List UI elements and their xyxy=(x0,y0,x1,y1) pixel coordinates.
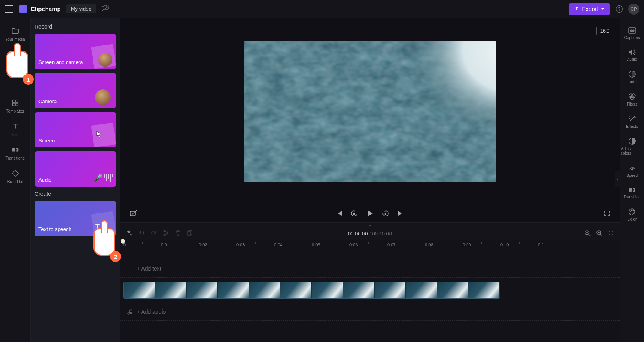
rewind-button[interactable]: 5 xyxy=(350,209,358,217)
svg-rect-6 xyxy=(12,148,15,151)
forward-button[interactable]: 5 xyxy=(382,209,390,217)
preview-column: 16:9 xyxy=(120,18,620,342)
preview-stage xyxy=(120,18,620,204)
nav-templates[interactable]: Templates xyxy=(0,95,30,117)
filters-icon xyxy=(628,93,636,100)
record-create-panel: Record Screen and camera Camera Screen A… xyxy=(31,18,120,342)
text-track[interactable]: + Add text xyxy=(120,260,620,278)
svg-rect-4 xyxy=(12,103,15,106)
playhead[interactable] xyxy=(123,240,123,250)
app-header: Clipchamp My video Export ? CP xyxy=(0,0,644,18)
text-icon: T xyxy=(95,223,100,231)
svg-text:CC: CC xyxy=(630,29,634,32)
menu-icon[interactable] xyxy=(5,5,13,13)
properties-rail: CC Captions Audio Fade Filters Effects A… xyxy=(620,18,644,342)
prop-speed[interactable]: Speed xyxy=(620,160,644,181)
zoom-out-button[interactable] xyxy=(584,230,591,237)
transition-icon xyxy=(628,186,636,193)
svg-point-31 xyxy=(633,210,634,211)
music-icon xyxy=(127,309,133,315)
export-button[interactable]: Export xyxy=(569,3,610,15)
nav-text[interactable]: Text xyxy=(0,118,30,141)
split-button[interactable] xyxy=(163,230,169,237)
collapse-properties-button[interactable]: › xyxy=(615,171,620,187)
user-avatar[interactable]: CP xyxy=(628,4,639,15)
fade-icon xyxy=(628,70,636,78)
svg-point-16 xyxy=(164,234,165,236)
mute-preview-button[interactable] xyxy=(130,210,137,217)
zoom-in-button[interactable] xyxy=(596,230,602,237)
camera-face xyxy=(95,89,111,105)
prop-captions[interactable]: CC Captions xyxy=(620,24,644,44)
undo-button[interactable] xyxy=(138,230,145,237)
palette-icon xyxy=(628,208,636,216)
svg-rect-2 xyxy=(12,100,15,102)
prop-fade[interactable]: Fade xyxy=(620,67,644,87)
card-screen-and-camera[interactable]: Screen and camera xyxy=(35,34,116,69)
timeline-area: ⌄ 00:00.00 / 00:10.00 00:010:020:030:0 xyxy=(120,222,620,342)
auto-adjust-button[interactable] xyxy=(126,230,132,237)
app-logo[interactable]: Clipchamp xyxy=(19,5,61,13)
duplicate-button[interactable] xyxy=(187,230,192,237)
skip-start-button[interactable] xyxy=(336,210,342,216)
redo-button[interactable] xyxy=(151,230,157,237)
contrast-icon xyxy=(628,137,636,145)
svg-point-15 xyxy=(164,230,165,232)
nav-transitions[interactable]: Transitions xyxy=(0,142,30,164)
waveform-icon xyxy=(104,174,113,182)
svg-text:5: 5 xyxy=(385,213,386,215)
prop-adjust-colors[interactable]: Adjust colors xyxy=(620,134,644,159)
nav-your-media[interactable]: Your media xyxy=(0,23,30,45)
tag-icon xyxy=(11,169,20,178)
card-audio[interactable]: Audio 🎤 xyxy=(35,151,116,187)
timeline-ruler[interactable]: 00:010:020:030:040:050:060:070:080:090:1… xyxy=(120,240,620,250)
svg-line-0 xyxy=(102,6,109,11)
cc-icon: CC xyxy=(628,27,637,34)
prop-filters[interactable]: Filters xyxy=(620,89,644,110)
screen-thumb xyxy=(91,122,116,147)
skip-end-button[interactable] xyxy=(397,210,404,216)
speaker-icon xyxy=(628,49,636,56)
microphone-icon: 🎤 xyxy=(93,173,103,183)
video-preview[interactable] xyxy=(244,41,496,182)
app-name: Clipchamp xyxy=(31,5,61,12)
time-display: 00:00.00 / 00:10.00 xyxy=(348,231,392,236)
card-screen[interactable]: Screen xyxy=(35,112,116,147)
camera-face xyxy=(98,53,112,67)
svg-point-30 xyxy=(631,210,632,211)
speed-icon xyxy=(628,164,636,172)
folder-icon xyxy=(11,27,20,35)
prop-transition[interactable]: Transition xyxy=(620,183,644,203)
fullscreen-button[interactable] xyxy=(604,210,610,216)
video-track[interactable] xyxy=(120,282,620,299)
prop-color[interactable]: Color xyxy=(620,204,644,225)
text-icon xyxy=(11,122,20,131)
wand-icon xyxy=(628,115,636,123)
video-clip[interactable] xyxy=(123,282,500,299)
play-button[interactable] xyxy=(366,209,374,217)
aspect-ratio-badge[interactable]: 16:9 xyxy=(596,27,613,35)
sync-off-icon[interactable] xyxy=(102,5,110,13)
svg-rect-5 xyxy=(15,103,18,106)
fit-zoom-button[interactable] xyxy=(608,230,614,237)
delete-button[interactable] xyxy=(175,230,181,237)
prop-audio[interactable]: Audio xyxy=(620,45,644,65)
project-name[interactable]: My video xyxy=(66,4,96,13)
card-text-to-speech[interactable]: Text to speech T xyxy=(35,201,116,236)
audio-track[interactable]: + Add audio xyxy=(120,303,620,321)
collapse-panel-button[interactable]: ‹ xyxy=(117,180,120,197)
clipchamp-icon xyxy=(19,5,27,13)
prop-effects[interactable]: Effects xyxy=(620,111,644,132)
expand-timeline-button[interactable]: ⌄ xyxy=(120,223,620,227)
playhead-line[interactable] xyxy=(123,250,123,342)
nav-brand-kit[interactable]: Brand kit xyxy=(0,165,30,188)
card-camera[interactable]: Camera xyxy=(35,73,116,108)
help-icon[interactable]: ? xyxy=(616,5,623,13)
nav-record-create[interactable]: Record & create xyxy=(0,46,30,73)
grid-icon xyxy=(11,98,20,107)
svg-point-29 xyxy=(630,211,631,212)
svg-text:5: 5 xyxy=(353,213,355,215)
timeline-toolbar: 00:00.00 / 00:10.00 xyxy=(120,227,620,240)
player-controls: 5 5 xyxy=(120,204,620,222)
svg-rect-28 xyxy=(629,188,632,192)
